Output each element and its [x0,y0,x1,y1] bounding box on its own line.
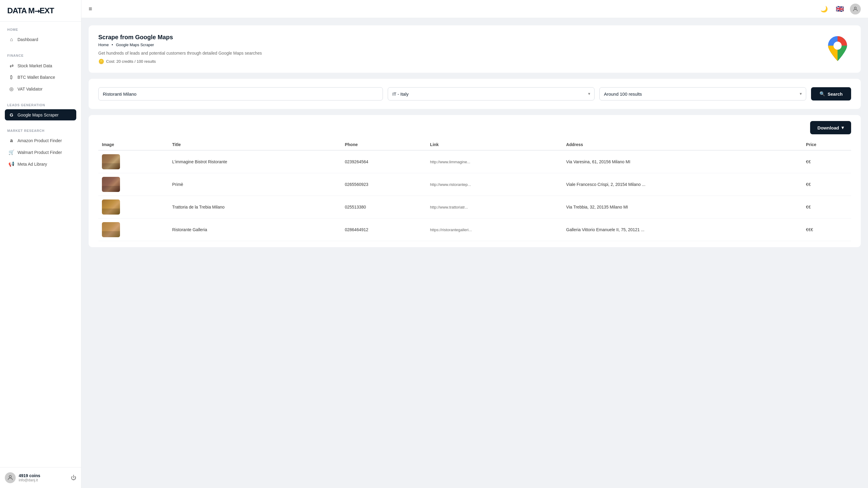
cell-phone: 025513380 [341,196,427,219]
dark-mode-icon[interactable]: 🌙 [818,4,829,15]
amazon-icon: a [8,138,14,143]
sidebar-section-home: HOME ⌂ Dashboard [0,22,81,48]
breadcrumb-current: Google Maps Scraper [116,42,154,47]
cell-phone: 0265560923 [341,173,427,196]
cell-image [98,150,168,173]
svg-point-1 [855,7,857,9]
table-row: L'immagine Bistrot Ristorante 0239264564… [98,150,851,173]
header-info: Scrape from Google Maps Home • Google Ma… [98,34,262,64]
sidebar-item-label: Walmart Product Finder [18,150,62,155]
results-table: Image Title Phone Link Address Price L'i… [98,139,851,241]
arrows-icon: ⇄ [8,63,14,68]
google-maps-logo [824,35,851,63]
section-label-market: MARKET RESEARCH [5,129,76,133]
col-address: Address [563,139,803,150]
table-body: L'immagine Bistrot Ristorante 0239264564… [98,150,851,241]
cell-link: https://ristorantegalleri... [426,219,562,241]
download-icon: ▾ [841,125,844,131]
cell-phone: 0286464912 [341,219,427,241]
results-card: Download ▾ Image Title Phone Link Addres… [89,115,861,247]
sidebar-section-leads: LEADS GENERATION G Google Maps Scraper [0,97,81,123]
cell-link: http://www.ristorantep... [426,173,562,196]
svg-point-6 [834,41,842,50]
col-price: Price [802,139,851,150]
app-logo: DATA M↗EXT [7,6,54,16]
sidebar-section-market: MARKET RESEARCH a Amazon Product Finder … [0,123,81,172]
download-label: Download [817,125,839,131]
cell-price: €€ [802,196,851,219]
search-button[interactable]: 🔍 Search [811,87,851,101]
breadcrumb-home[interactable]: Home [98,42,109,47]
page-title: Scrape from Google Maps [98,34,262,41]
table-row: Ristorante Galleria 0286464912 https://r… [98,219,851,241]
breadcrumb: Home • Google Maps Scraper [98,42,262,47]
cell-address: Via Trebbia, 32, 20135 Milano MI [563,196,803,219]
download-button[interactable]: Download ▾ [810,121,851,134]
cell-title: Ristorante Galleria [168,219,341,241]
sidebar-item-label: Dashboard [18,37,38,42]
results-toolbar: Download ▾ [98,121,851,134]
cell-title: Trattoria de la Trebia Milano [168,196,341,219]
user-avatar-topbar[interactable] [850,4,861,15]
megaphone-icon: 📢 [8,161,14,167]
sidebar-item-label: Stock Market Data [18,63,52,68]
cell-address: Via Varesina, 61, 20156 Milano MI [563,150,803,173]
logout-icon[interactable]: ⏻ [71,475,76,481]
search-button-label: Search [828,91,843,96]
cost-text: Cost: 20 credits / 100 results [106,59,156,64]
user-email: info@danj.it [19,478,68,482]
sidebar-item-google-maps-scraper[interactable]: G Google Maps Scraper [5,109,76,120]
section-label-finance: FINANCE [5,54,76,57]
sidebar-item-label: Amazon Product Finder [18,138,62,143]
user-area: 4919 coins info@danj.it ⏻ [0,467,81,488]
cell-address: Galleria Vittorio Emanuele II, 75, 20121… [563,219,803,241]
cell-image [98,173,168,196]
sidebar-item-label: BTC Wallet Balance [18,75,55,80]
sidebar-item-btc-wallet[interactable]: ₿ BTC Wallet Balance [5,71,76,83]
sidebar-section-finance: FINANCE ⇄ Stock Market Data ₿ BTC Wallet… [0,48,81,97]
cell-link: http://www.trattoriatr... [426,196,562,219]
results-select-wrap: Around 100 results Around 200 results Ar… [599,87,806,101]
coin-icon: 🪙 [98,59,104,64]
col-image: Image [98,139,168,150]
header-cost: 🪙 Cost: 20 credits / 100 results [98,59,262,64]
cell-price: €€ [802,150,851,173]
user-info: 4919 coins info@danj.it [19,473,68,482]
sidebar-item-dashboard[interactable]: ⌂ Dashboard [5,34,76,45]
language-flag-icon[interactable]: 🇬🇧 [834,4,845,15]
col-title: Title [168,139,341,150]
section-label-leads: LEADS GENERATION [5,103,76,107]
cell-image [98,219,168,241]
country-select-wrap: IT - Italy US - United States GB - Unite… [388,87,594,101]
cell-title: Primè [168,173,341,196]
sidebar-item-amazon[interactable]: a Amazon Product Finder [5,135,76,146]
cell-image [98,196,168,219]
content-area: Scrape from Google Maps Home • Google Ma… [82,18,868,488]
cart-icon: 🛒 [8,149,14,155]
hamburger-menu-icon[interactable]: ≡ [89,5,92,12]
col-link: Link [426,139,562,150]
sidebar-item-label: Meta Ad Library [18,162,47,167]
circle-icon: ◎ [8,86,14,92]
sidebar-item-label: Google Maps Scraper [18,113,59,117]
cell-phone: 0239264564 [341,150,427,173]
search-input[interactable] [98,87,383,101]
sidebar-item-label: VAT Validator [18,87,42,91]
search-icon: 🔍 [819,91,825,96]
country-select[interactable]: IT - Italy US - United States GB - Unite… [388,87,594,101]
cell-title: L'immagine Bistrot Ristorante [168,150,341,173]
cell-link: http://www.limmagine... [426,150,562,173]
table-row: Trattoria de la Trebia Milano 025513380 … [98,196,851,219]
sidebar: DATA M↗EXT HOME ⌂ Dashboard FINANCE ⇄ St… [0,0,82,488]
search-card: IT - Italy US - United States GB - Unite… [89,79,861,109]
google-icon: G [8,112,14,117]
cell-address: Viale Francesco Crispi, 2, 20154 Milano … [563,173,803,196]
sidebar-item-meta-ad-library[interactable]: 📢 Meta Ad Library [5,158,76,170]
sidebar-item-vat-validator[interactable]: ◎ VAT Validator [5,83,76,95]
sidebar-item-walmart[interactable]: 🛒 Walmart Product Finder [5,146,76,158]
sidebar-item-stock-market[interactable]: ⇄ Stock Market Data [5,60,76,71]
table-row: Primè 0265560923 http://www.ristorantep.… [98,173,851,196]
section-label-home: HOME [5,28,76,31]
col-phone: Phone [341,139,427,150]
results-select[interactable]: Around 100 results Around 200 results Ar… [599,87,806,101]
